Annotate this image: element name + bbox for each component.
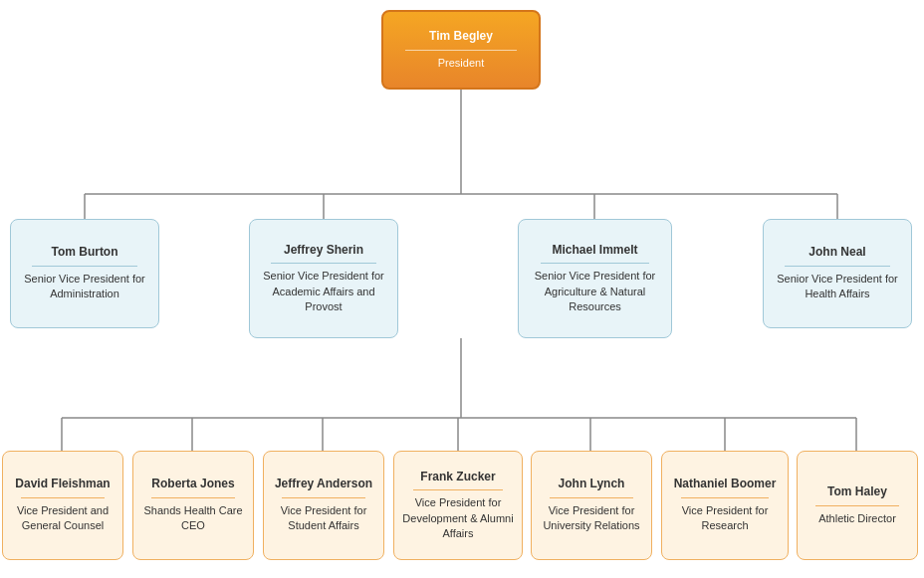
node-l3-7-title: Athletic Director bbox=[818, 511, 896, 526]
node-l3-5-title: Vice President for University Relations bbox=[540, 503, 643, 534]
node-l3-5-name: John Lynch bbox=[559, 477, 625, 492]
node-l3-3-name: Jeffrey Anderson bbox=[275, 477, 372, 492]
node-l3-4-divider bbox=[413, 489, 503, 490]
node-l2-1-name: Tom Burton bbox=[51, 245, 117, 261]
node-l3-3-title: Vice President for Student Affairs bbox=[272, 503, 375, 534]
node-l3-1-title: Vice President and General Counsel bbox=[11, 503, 115, 534]
node-l3-4-title: Vice President for Development & Alumni … bbox=[402, 495, 514, 541]
node-root-divider bbox=[405, 50, 517, 51]
node-l2-3: Michael Immelt Senior Vice President for… bbox=[518, 219, 672, 338]
node-l3-5-divider bbox=[550, 497, 632, 498]
node-l3-2-title: Shands Health Care CEO bbox=[141, 503, 245, 534]
node-l2-3-title: Senior Vice President for Agriculture & … bbox=[527, 269, 663, 314]
node-l2-1: Tom Burton Senior Vice President for Adm… bbox=[10, 219, 159, 328]
node-l3-1-name: David Fleishman bbox=[15, 477, 110, 492]
node-l3-7-name: Tom Haley bbox=[827, 484, 887, 500]
node-l3-4-name: Frank Zucker bbox=[420, 470, 495, 485]
node-l3-2-divider bbox=[151, 497, 234, 498]
node-l2-4-title: Senior Vice President for Health Affairs bbox=[772, 272, 903, 302]
node-l2-2-title: Senior Vice President for Academic Affai… bbox=[258, 269, 389, 314]
org-chart: Tim Begley President Tom Burton Senior V… bbox=[0, 0, 924, 578]
node-l2-3-name: Michael Immelt bbox=[552, 243, 637, 259]
node-l2-2-name: Jeffrey Sherin bbox=[284, 243, 363, 259]
node-l3-7-divider bbox=[815, 505, 898, 506]
node-l3-2-name: Roberta Jones bbox=[151, 477, 234, 492]
node-l2-2: Jeffrey Sherin Senior Vice President for… bbox=[249, 219, 398, 338]
node-l3-4: Frank Zucker Vice President for Developm… bbox=[393, 451, 523, 560]
node-l3-3-divider bbox=[282, 497, 364, 498]
node-root-title: President bbox=[438, 56, 484, 71]
node-l3-6-divider bbox=[681, 497, 769, 498]
node-l3-6: Nathaniel Boomer Vice President for Rese… bbox=[661, 451, 789, 560]
node-l3-6-title: Vice President for Research bbox=[670, 503, 780, 534]
node-l2-3-divider bbox=[541, 263, 650, 264]
node-root-name: Tim Begley bbox=[429, 29, 493, 45]
node-l3-2: Roberta Jones Shands Health Care CEO bbox=[132, 451, 254, 560]
node-l2-1-title: Senior Vice President for Administration bbox=[19, 272, 150, 302]
node-l3-6-name: Nathaniel Boomer bbox=[674, 477, 777, 492]
node-l3-7: Tom Haley Athletic Director bbox=[797, 451, 918, 560]
node-root: Tim Begley President bbox=[381, 10, 541, 90]
node-l3-3: Jeffrey Anderson Vice President for Stud… bbox=[263, 451, 384, 560]
node-l3-1-divider bbox=[21, 497, 104, 498]
node-l2-1-divider bbox=[32, 266, 137, 267]
node-l2-4-divider bbox=[785, 266, 890, 267]
node-l2-4: John Neal Senior Vice President for Heal… bbox=[763, 219, 912, 328]
node-l2-4-name: John Neal bbox=[808, 245, 865, 261]
node-l3-1: David Fleishman Vice President and Gener… bbox=[2, 451, 123, 560]
node-l2-2-divider bbox=[271, 263, 376, 264]
node-l3-5: John Lynch Vice President for University… bbox=[531, 451, 652, 560]
